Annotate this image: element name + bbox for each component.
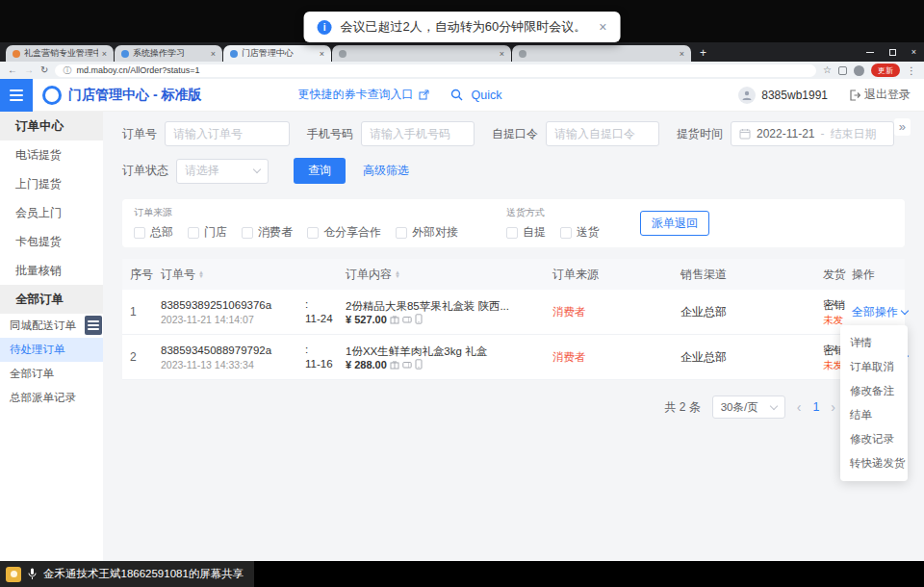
orders-table: 序号 订单号 ▲▼ 订单内容 ▲▼ 订单来源 销售渠道 发货 操作 xyxy=(122,259,905,380)
browser-tab-active[interactable]: 门店管理中心 × xyxy=(223,45,331,62)
search-button[interactable]: 查询 xyxy=(294,158,346,184)
user-avatar-icon xyxy=(738,87,756,104)
delivery-method-group: 送货方式 自提 送货 xyxy=(506,206,600,241)
dispatch-return-button[interactable]: 派单退回 xyxy=(640,211,709,236)
sidebar-toggle-button[interactable] xyxy=(85,316,102,335)
sidebar-item-pending-orders[interactable]: 待处理订单 xyxy=(0,338,103,362)
tab-favicon xyxy=(230,50,238,58)
quick-search-link[interactable]: Quick xyxy=(471,89,501,102)
quick-links: 更快捷的券卡查询入口 Quick xyxy=(297,87,501,103)
sort-icon[interactable]: ▲▼ xyxy=(198,270,204,279)
menu-item-details[interactable]: 详情 xyxy=(840,331,908,355)
pickup-date-range-picker[interactable]: 2022-11-21 - 结束日期 xyxy=(731,121,894,146)
all-actions-dropdown[interactable]: 全部操作 xyxy=(852,304,908,320)
cell-order-no: 83859345088979792a 2023-11-13 14:33:34 xyxy=(157,344,301,371)
phone-input[interactable] xyxy=(361,121,475,146)
order-no-label: 订单号 xyxy=(122,126,157,142)
cell-order-content: 1份XX生鲜羊肉礼盒3kg 礼盒 ¥ 288.00 xyxy=(342,345,549,370)
menu-item-close-order[interactable]: 结单 xyxy=(840,403,908,427)
browser-tab[interactable]: × xyxy=(512,45,691,62)
checkbox-delivery-selfpickup[interactable]: 自提 xyxy=(506,224,546,241)
page-number[interactable]: 1 xyxy=(812,400,819,414)
url-bar[interactable]: ⓘ md.maboy.cn/AllOrder?status=1 xyxy=(55,64,816,77)
sidebar-section-all-orders[interactable]: 全部订单 xyxy=(0,285,103,314)
tab-close-icon[interactable]: × xyxy=(680,49,684,59)
browser-profile-icon[interactable] xyxy=(854,65,864,76)
forward-icon[interactable]: → xyxy=(24,65,34,75)
search-icon[interactable] xyxy=(450,89,463,101)
cell-index: 1 xyxy=(122,305,157,319)
sidebar-item-card-pickup[interactable]: 卡包提货 xyxy=(0,227,103,256)
tab-close-icon[interactable]: × xyxy=(211,49,216,59)
info-icon: i xyxy=(318,20,332,35)
logout-button[interactable]: 退出登录 xyxy=(849,87,911,103)
menu-item-to-express[interactable]: 转快递发货 xyxy=(840,451,908,475)
order-row[interactable]: 1 83859389251069376a 2023-11-21 14:14:07… xyxy=(122,290,905,335)
cell-sales-channel: 企业总部 xyxy=(677,304,821,320)
next-page-icon[interactable]: › xyxy=(831,400,835,414)
order-content-text: 2份精品大果85苹果礼盒装 陕西... xyxy=(346,299,545,314)
checkbox-source-consumer[interactable]: 消费者 xyxy=(242,224,293,241)
username[interactable]: 8385wb1991 xyxy=(761,89,828,102)
refresh-icon[interactable]: ↻ xyxy=(40,65,48,75)
new-tab-icon[interactable]: + xyxy=(700,47,706,59)
tab-title: 礼盒营销专业管理中心 xyxy=(24,47,98,60)
bookmark-star-icon[interactable]: ☆ xyxy=(823,65,832,75)
toast-close-icon[interactable]: × xyxy=(599,19,606,35)
app-header: 门店管理中心 - 标准版 更快捷的券卡查询入口 Quick 8385wb1991 xyxy=(0,79,924,112)
checkbox-source-store[interactable]: 门店 xyxy=(188,224,227,241)
total-count: 共 2 条 xyxy=(664,399,700,416)
sidebar-item-batch-verify[interactable]: 批量核销 xyxy=(0,256,103,285)
checkbox-source-warehouse-share[interactable]: 仓分享合作 xyxy=(307,224,381,241)
sidebar-item-door-pickup[interactable]: 上门提货 xyxy=(0,169,103,198)
screen-share-pill[interactable]: 金禾通技术王斌18662591081的屏幕共享 xyxy=(0,561,254,587)
order-row[interactable]: 2 83859345088979792a 2023-11-13 14:33:34… xyxy=(122,335,905,380)
window-maximize-icon[interactable] xyxy=(889,49,896,56)
header-order-no[interactable]: 订单号 ▲▼ xyxy=(157,267,301,283)
back-icon[interactable]: ← xyxy=(8,65,17,75)
browser-tab[interactable]: 礼盒营销专业管理中心 × xyxy=(6,45,114,62)
source-tag: 消费者 xyxy=(552,351,586,363)
menu-item-edit-history[interactable]: 修改记录 xyxy=(840,427,908,451)
browser-tab[interactable]: × xyxy=(332,45,511,62)
prev-page-icon[interactable]: ‹ xyxy=(797,400,802,414)
window-minimize-icon[interactable] xyxy=(866,52,874,53)
order-no-input[interactable] xyxy=(165,121,290,146)
sidebar-item-phone-pickup[interactable]: 电话提货 xyxy=(0,140,103,169)
sidebar-item-hq-dispatch-records[interactable]: 总部派单记录 xyxy=(0,386,103,410)
checkbox-delivery-delivery[interactable]: 送货 xyxy=(560,224,600,241)
sidebar-item-all-orders[interactable]: 全部订单 xyxy=(0,362,103,386)
tab-close-icon[interactable]: × xyxy=(500,49,504,59)
tab-close-icon[interactable]: × xyxy=(102,49,107,59)
header-order-content[interactable]: 订单内容 ▲▼ xyxy=(342,267,549,283)
browser-update-button[interactable]: 更新 xyxy=(871,64,900,77)
hamburger-menu-button[interactable] xyxy=(0,79,33,112)
pickup-code-input[interactable] xyxy=(546,121,659,146)
collapse-panel-icon[interactable]: » xyxy=(894,118,911,136)
menu-item-edit-remark[interactable]: 修改备注 xyxy=(840,379,908,403)
tab-close-icon[interactable]: × xyxy=(320,49,324,59)
sort-icon[interactable]: ▲▼ xyxy=(395,270,400,279)
start-date-value: 2022-11-21 xyxy=(757,127,815,140)
extensions-icon[interactable] xyxy=(838,66,847,75)
coupon-query-link[interactable]: 更快捷的券卡查询入口 xyxy=(297,87,413,103)
cell-order-source: 消费者 xyxy=(549,350,677,365)
advanced-filter-link[interactable]: 高级筛选 xyxy=(363,163,409,179)
order-status-select[interactable]: 请选择 xyxy=(176,159,269,184)
menu-item-cancel-order[interactable]: 订单取消 xyxy=(840,355,908,379)
sidebar-item-member-visit[interactable]: 会员上门 xyxy=(0,198,103,227)
checkbox-source-hq[interactable]: 总部 xyxy=(134,224,173,241)
source-tag: 消费者 xyxy=(552,306,586,318)
checkbox-icon xyxy=(188,227,199,239)
checkbox-source-external[interactable]: 外部对接 xyxy=(396,224,458,241)
site-info-icon[interactable]: ⓘ xyxy=(63,66,71,75)
window-close-icon[interactable]: × xyxy=(911,48,916,57)
browser-menu-icon[interactable]: ⋮ xyxy=(907,65,916,76)
cell-order-source: 消费者 xyxy=(549,305,677,319)
window-controls: × xyxy=(866,42,916,62)
order-status-placeholder: 请选择 xyxy=(185,163,219,179)
browser-tab[interactable]: 系统操作学习 × xyxy=(115,45,222,62)
sidebar-section-order-center[interactable]: 订单中心 xyxy=(0,112,103,140)
cell-ship-status: 密销 未发 xyxy=(821,298,848,326)
page-size-select[interactable]: 30条/页 xyxy=(712,396,785,419)
